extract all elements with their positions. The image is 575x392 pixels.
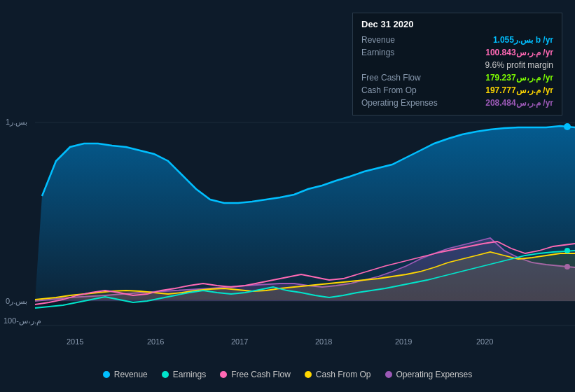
revenue-dot — [103, 371, 110, 378]
svg-text:0بس.ر: 0بس.ر — [6, 297, 27, 306]
earnings-label: Earnings — [361, 48, 394, 57]
svg-text:100-م.ر،س: 100-م.ر،س — [4, 316, 41, 326]
earnings-value: 100.843م.ر،س /yr — [485, 48, 553, 57]
chart-legend: Revenue Earnings Free Cash Flow Cash Fro… — [0, 357, 575, 392]
svg-text:2015: 2015 — [67, 337, 83, 346]
cashop-label: Cash From Op — [361, 85, 417, 95]
legend-item-fcf[interactable]: Free Cash Flow — [220, 370, 291, 379]
legend-label-opex: Operating Expenses — [396, 370, 473, 379]
data-tooltip: Dec 31 2020 Revenue 1.055بس.ر b /yr Earn… — [352, 13, 562, 115]
legend-label-earnings: Earnings — [173, 370, 206, 379]
fcf-label: Free Cash Flow — [361, 73, 421, 83]
svg-text:2020: 2020 — [476, 337, 493, 346]
tooltip-row-cashop: Cash From Op 197.777م.ر،س /yr — [361, 84, 553, 97]
fcf-value: 179.237م.ر،س /yr — [485, 73, 553, 83]
profit-margin-value: 9.6% profit margin — [485, 60, 553, 70]
revenue-value: 1.055بس.ر b /yr — [493, 35, 553, 45]
svg-point-4 — [564, 123, 571, 130]
revenue-label: Revenue — [361, 35, 395, 45]
cashop-value: 197.777م.ر،س /yr — [485, 85, 553, 95]
opex-value: 208.484م.ر،س /yr — [485, 98, 553, 108]
opex-dot — [385, 371, 392, 378]
legend-item-cashop[interactable]: Cash From Op — [305, 370, 371, 379]
svg-text:2018: 2018 — [315, 337, 332, 346]
svg-text:2016: 2016 — [147, 337, 164, 346]
fcf-dot — [220, 371, 227, 378]
svg-text:2019: 2019 — [395, 337, 412, 346]
tooltip-row-earnings: Earnings 100.843م.ر،س /yr — [361, 46, 553, 59]
svg-text:1بس.ر: 1بس.ر — [6, 118, 27, 127]
legend-label-cashop: Cash From Op — [316, 370, 371, 379]
tooltip-row-revenue: Revenue 1.055بس.ر b /yr — [361, 34, 553, 46]
legend-item-earnings[interactable]: Earnings — [162, 370, 206, 379]
legend-label-fcf: Free Cash Flow — [231, 370, 291, 379]
tooltip-row-profit-margin: 9.6% profit margin — [361, 59, 553, 71]
opex-label: Operating Expenses — [361, 98, 438, 108]
tooltip-row-fcf: Free Cash Flow 179.237م.ر،س /yr — [361, 71, 553, 84]
cashop-dot — [305, 371, 312, 378]
legend-item-opex[interactable]: Operating Expenses — [385, 370, 473, 379]
legend-item-revenue[interactable]: Revenue — [103, 370, 148, 379]
svg-point-6 — [564, 248, 570, 253]
legend-label-revenue: Revenue — [114, 370, 148, 379]
earnings-dot — [162, 371, 169, 378]
tooltip-row-opex: Operating Expenses 208.484م.ر،س /yr — [361, 97, 553, 109]
tooltip-title: Dec 31 2020 — [361, 19, 553, 29]
svg-text:2017: 2017 — [231, 337, 248, 346]
